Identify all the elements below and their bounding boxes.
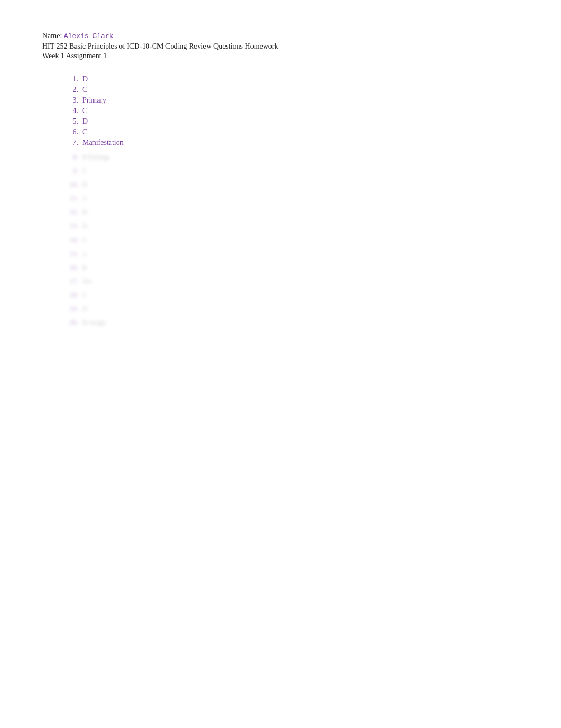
answer-number: 6. bbox=[63, 128, 78, 136]
answer-value: Primary bbox=[82, 96, 106, 105]
header: Name: Alexis Clark HIT 252 Basic Princip… bbox=[42, 32, 519, 60]
course-title: HIT 252 Basic Principles of ICD-10-CM Co… bbox=[42, 42, 519, 51]
answer-value: C bbox=[82, 128, 87, 136]
list-item: 2. C bbox=[63, 86, 519, 94]
list-item: 4. C bbox=[63, 107, 519, 115]
assignment-week: Week 1 Assignment 1 bbox=[42, 52, 519, 60]
list-item: 7. Manifestation bbox=[63, 139, 519, 147]
name-label: Name: bbox=[42, 32, 62, 40]
answer-number: 7. bbox=[63, 139, 78, 147]
answer-value: C bbox=[82, 86, 87, 94]
answer-value: D bbox=[82, 75, 88, 84]
list-item: 6. C bbox=[63, 128, 519, 136]
answer-value: D bbox=[82, 117, 88, 126]
answer-value: C bbox=[82, 107, 87, 115]
answer-value: Manifestation bbox=[82, 139, 124, 147]
answer-number: 2. bbox=[63, 86, 78, 94]
list-item: 5. D bbox=[63, 117, 519, 126]
list-item: 3. Primary bbox=[63, 96, 519, 105]
list-item: 1. D bbox=[63, 75, 519, 84]
answer-number: 5. bbox=[63, 117, 78, 126]
blurred-answers: 8.B Etiology 9.C 10.D 11.A 12.B 13.D 14.… bbox=[63, 151, 180, 352]
name-line: Name: Alexis Clark bbox=[42, 32, 519, 40]
answer-number: 3. bbox=[63, 96, 78, 105]
answers-list: 1. D 2. C 3. Primary 4. C 5. D 6. C 7. M… bbox=[63, 75, 519, 147]
blurred-content-block: 8.B Etiology 9.C 10.D 11.A 12.B 13.D 14.… bbox=[63, 151, 180, 328]
answer-number: 4. bbox=[63, 107, 78, 115]
answer-number: 1. bbox=[63, 75, 78, 84]
student-name: Alexis Clark bbox=[64, 32, 114, 40]
